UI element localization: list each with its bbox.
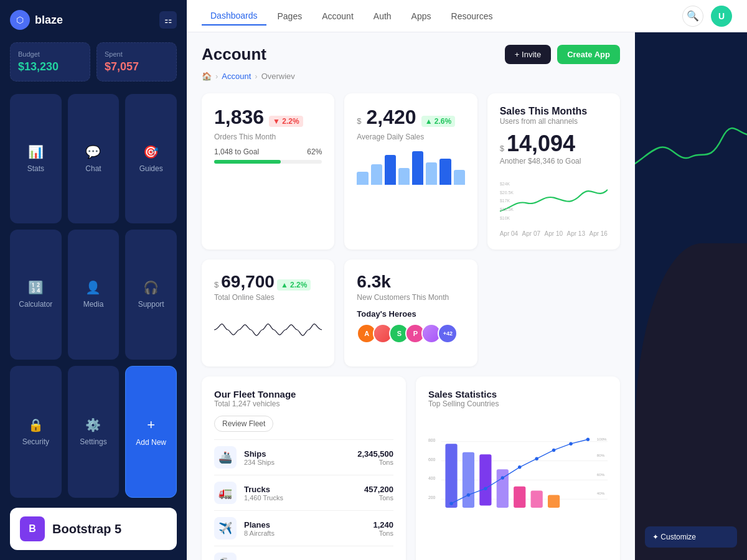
right-panel: ✦ Customize xyxy=(635,32,747,560)
stats-icon: 📊 xyxy=(28,144,44,159)
fleet-trucks-name: Trucks xyxy=(244,485,283,494)
media-icon: 👤 xyxy=(85,280,101,295)
right-panel-bg xyxy=(635,243,747,560)
sales-goal-note: Another $48,346 to Goal xyxy=(500,157,608,166)
svg-text:$24K: $24K xyxy=(500,182,510,186)
sidebar-item-calculator-label: Calculator xyxy=(19,300,52,309)
create-app-button[interactable]: Create App xyxy=(557,45,620,64)
breadcrumb-home-icon[interactable]: 🏠 xyxy=(202,72,212,81)
fleet-planes-info: Planes 8 Aircrafts xyxy=(244,520,275,537)
nav-item-apps[interactable]: Apps xyxy=(403,7,440,25)
customize-button[interactable]: ✦ Customize xyxy=(645,526,737,548)
svg-point-25 xyxy=(535,457,538,460)
progress-row: 1,048 to Goal 62% xyxy=(214,147,322,156)
nav-item-auth[interactable]: Auth xyxy=(365,7,400,25)
nav-item-pages[interactable]: Pages xyxy=(269,7,311,25)
bar-7 xyxy=(439,159,451,185)
online-sales-badge: ▲ 2.2% xyxy=(277,279,311,291)
sales-dollar: $ xyxy=(500,144,504,153)
budget-value: $13,230 xyxy=(18,60,82,73)
progress-bar-fill xyxy=(214,160,281,164)
stats-grid: 1,836 ▼ 2.2% Orders This Month 1,048 to … xyxy=(202,93,620,250)
daily-sales-label: Average Daily Sales xyxy=(357,133,464,141)
svg-text:60%: 60% xyxy=(597,472,605,477)
bottom-grid: Our Fleet Tonnage Total 1,247 vehicles R… xyxy=(202,376,620,560)
sidebar-item-support[interactable]: 🎧 Support xyxy=(125,230,177,359)
spent-label: Spent xyxy=(105,50,169,58)
sidebar-item-add-new[interactable]: + Add New xyxy=(125,366,177,498)
svg-rect-19 xyxy=(548,495,560,508)
fleet-trucks-sub: 1,460 Trucks xyxy=(244,494,283,502)
sales-month-card: Sales This Months Users from all channel… xyxy=(487,93,620,250)
sidebar-item-security[interactable]: 🔒 Security xyxy=(10,366,62,498)
search-button[interactable]: 🔍 xyxy=(682,6,703,27)
daily-sales-badge: ▲ 2.6% xyxy=(421,116,456,127)
sidebar-menu-icon[interactable]: ⚏ xyxy=(159,11,177,29)
customers-label: New Customers This Month xyxy=(357,293,464,302)
invite-button[interactable]: + Invite xyxy=(505,45,551,64)
svg-rect-18 xyxy=(531,491,543,508)
sales-stats-title: Sales Statistics xyxy=(428,389,608,399)
page-content: Account + Invite Create App 🏠 › Account … xyxy=(187,32,747,560)
sidebar-item-calculator[interactable]: 🔢 Calculator xyxy=(10,230,62,359)
guides-icon: 🎯 xyxy=(143,144,159,159)
sidebar-item-settings[interactable]: ⚙️ Settings xyxy=(68,366,120,498)
breadcrumb: 🏠 › Account › Overwiev xyxy=(202,72,620,81)
svg-text:$10K: $10K xyxy=(500,216,510,220)
fleet-ships-sub: 234 Ships xyxy=(244,459,275,466)
svg-point-26 xyxy=(552,449,555,452)
fleet-row-trains: 🚂 Trains 804,300 xyxy=(214,546,393,560)
svg-point-28 xyxy=(586,438,590,441)
nav-item-resources[interactable]: Resources xyxy=(443,7,502,25)
sidebar-grid: 📊 Stats 💬 Chat 🎯 Guides 🔢 Calculator 👤 M… xyxy=(10,94,177,498)
sidebar-item-media[interactable]: 👤 Media xyxy=(68,230,120,359)
svg-point-23 xyxy=(501,476,504,479)
progress-bar-bg xyxy=(214,160,322,164)
budget-row: Budget $13,230 Spent $7,057 xyxy=(10,42,177,82)
sales-big-value: 14,094 xyxy=(507,131,575,157)
review-fleet-button[interactable]: Review Fleet xyxy=(214,416,273,432)
fleet-planes-unit: Tons xyxy=(373,530,393,537)
svg-text:40%: 40% xyxy=(597,491,605,495)
svg-text:$13.5K: $13.5K xyxy=(500,207,514,212)
svg-text:400: 400 xyxy=(428,476,436,480)
bar-3 xyxy=(385,155,396,185)
nav-right: 🔍 U xyxy=(682,6,732,27)
hero-avatar-more: +42 xyxy=(438,324,458,343)
user-avatar[interactable]: U xyxy=(711,6,732,27)
fleet-card: Our Fleet Tonnage Total 1,247 vehicles R… xyxy=(202,376,406,560)
planes-icon: ✈️ xyxy=(214,517,237,539)
fleet-trucks-amount: 457,200 xyxy=(364,485,393,494)
sidebar: ⬡ blaze ⚏ Budget $13,230 Spent $7,057 📊 … xyxy=(0,0,187,560)
spent-value: $7,057 xyxy=(105,60,169,73)
svg-point-24 xyxy=(518,465,521,469)
waveform-chart xyxy=(214,308,322,352)
fleet-row-trucks: 🚛 Trucks 1,460 Trucks 457,200 Tons xyxy=(214,475,393,510)
support-icon: 🎧 xyxy=(143,280,159,295)
page-title: Account xyxy=(202,45,266,64)
bar-8 xyxy=(454,170,465,185)
spacer xyxy=(487,259,620,366)
fleet-trucks-val: 457,200 Tons xyxy=(364,485,393,502)
progress-label: 1,048 to Goal xyxy=(214,147,259,156)
nav-item-account[interactable]: Account xyxy=(313,7,362,25)
svg-rect-13 xyxy=(445,444,457,508)
nav-item-dashboards[interactable]: Dashboards xyxy=(202,7,266,26)
breadcrumb-account[interactable]: Account xyxy=(222,72,251,81)
chat-icon: 💬 xyxy=(85,144,101,159)
sidebar-item-chat[interactable]: 💬 Chat xyxy=(68,94,120,223)
trucks-icon: 🚛 xyxy=(214,482,237,504)
fleet-ships-unit: Tons xyxy=(357,459,393,466)
sidebar-item-stats[interactable]: 📊 Stats xyxy=(10,94,62,223)
sidebar-item-media-label: Media xyxy=(83,300,104,309)
bar-2 xyxy=(371,164,382,185)
sidebar-item-add-new-label: Add New xyxy=(136,438,166,447)
main-area: Dashboards Pages Account Auth Apps Resou… xyxy=(187,0,747,560)
bootstrap-icon: B xyxy=(20,516,45,541)
progress-percent: 62% xyxy=(307,147,322,156)
orders-badge: ▼ 2.2% xyxy=(269,116,303,127)
breadcrumb-overwiev: Overwiev xyxy=(261,72,295,81)
sidebar-item-guides[interactable]: 🎯 Guides xyxy=(125,94,177,223)
daily-sales-card: $ 2,420 ▲ 2.6% Average Daily Sales xyxy=(344,93,477,250)
svg-rect-14 xyxy=(463,452,474,508)
